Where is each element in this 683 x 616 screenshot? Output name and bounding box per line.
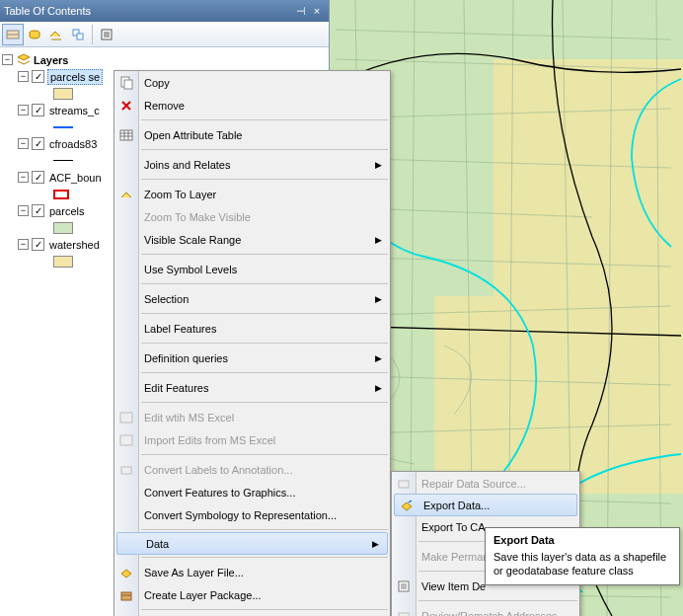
svg-rect-2: [434, 296, 683, 494]
menu-edit-features[interactable]: Edit Features▶: [114, 376, 390, 399]
menu-open-attribute-table[interactable]: Open Attribute Table: [114, 123, 390, 146]
collapse-icon[interactable]: −: [18, 239, 29, 250]
layer-label[interactable]: ACF_boun: [47, 171, 104, 185]
view-item-icon: [396, 578, 412, 594]
submenu-arrow-icon: ▶: [375, 383, 382, 393]
excel-import-icon: [118, 432, 134, 448]
tooltip: Export Data Save this layer's data as a …: [485, 527, 680, 585]
export-data-icon: [399, 498, 415, 513]
options-icon[interactable]: [96, 24, 117, 45]
svg-rect-15: [399, 481, 409, 488]
collapse-icon[interactable]: −: [2, 54, 13, 65]
menu-convert-graphics[interactable]: Convert Features to Graphics...: [114, 481, 390, 503]
checkbox-icon[interactable]: [32, 171, 44, 184]
menu-convert-annotation: Convert Labels to Annotation...: [114, 458, 390, 481]
menu-data[interactable]: Data▶: [116, 532, 388, 555]
excel-edit-icon: [118, 410, 134, 425]
menu-copy[interactable]: Copy: [114, 71, 390, 94]
checkbox-icon[interactable]: [32, 104, 44, 116]
checkbox-icon[interactable]: [32, 70, 44, 83]
layer-context-menu: Copy Remove Open Attribute Table Joins a…: [114, 70, 391, 616]
close-icon[interactable]: ×: [309, 3, 325, 19]
collapse-icon[interactable]: −: [18, 138, 29, 149]
menu-save-as-layer[interactable]: Save As Layer File...: [114, 561, 390, 583]
submenu-arrow-icon: ▶: [372, 539, 379, 549]
tooltip-body: Save this layer's data as a shapefile or…: [493, 550, 671, 578]
svg-rect-12: [120, 435, 132, 445]
checkbox-icon[interactable]: [32, 204, 44, 217]
pin-icon[interactable]: ⊣: [293, 3, 309, 19]
svg-rect-17: [399, 613, 409, 617]
svg-rect-10: [120, 130, 132, 140]
menu-selection[interactable]: Selection▶: [114, 287, 390, 310]
save-layer-icon: [118, 565, 134, 580]
list-by-drawing-order-icon[interactable]: [2, 24, 24, 45]
menu-visible-scale-range[interactable]: Visible Scale Range▶: [114, 228, 390, 251]
layer-label[interactable]: parcels se: [47, 69, 103, 85]
svg-rect-6: [77, 34, 83, 39]
collapse-icon[interactable]: −: [18, 172, 29, 183]
toc-header: Table Of Contents ⊣ ×: [0, 0, 329, 22]
menu-convert-representation[interactable]: Convert Symbology to Representation...: [114, 503, 390, 526]
collapse-icon[interactable]: −: [18, 105, 29, 116]
convert-anno-icon: [118, 462, 134, 478]
layer-label[interactable]: watershed: [47, 238, 102, 252]
svg-rect-13: [121, 467, 131, 474]
layer-label[interactable]: cfroads83: [47, 137, 99, 151]
remove-icon: [118, 98, 134, 114]
toc-title: Table Of Contents: [4, 5, 293, 17]
list-by-selection-icon[interactable]: [67, 24, 89, 45]
table-icon: [118, 127, 134, 143]
submenu-arrow-icon: ▶: [375, 294, 382, 304]
menu-create-package[interactable]: Create Layer Package...: [114, 583, 390, 606]
list-by-visibility-icon[interactable]: [45, 24, 67, 45]
svg-rect-11: [120, 413, 132, 423]
layer-label[interactable]: streams_c: [47, 104, 102, 117]
menu-use-symbol-levels[interactable]: Use Symbol Levels: [114, 258, 390, 280]
review-icon: [396, 608, 412, 617]
menu-import-excel: Import Edits from MS Excel: [114, 428, 390, 451]
menu-zoom-to-visible: Zoom To Make Visible: [114, 205, 390, 228]
layer-label[interactable]: parcels: [47, 204, 86, 218]
submenu-arrow-icon: ▶: [375, 160, 382, 170]
tree-root[interactable]: − Layers: [2, 51, 327, 68]
tooltip-title: Export Data: [493, 534, 671, 546]
submenu-review-rematch: Review/Rematch Addresses...: [392, 604, 579, 616]
repair-icon: [396, 476, 412, 492]
copy-icon: [118, 75, 134, 91]
submenu-export-data[interactable]: Export Data...: [394, 494, 577, 516]
menu-edit-excel: Edit wtih MS Excel: [114, 406, 390, 428]
menu-remove[interactable]: Remove: [114, 94, 390, 116]
layers-root-icon: [16, 51, 32, 69]
menu-definition-queries[interactable]: Definition queries▶: [114, 346, 390, 369]
submenu-arrow-icon: ▶: [375, 235, 382, 245]
svg-rect-14: [121, 592, 131, 600]
checkbox-icon[interactable]: [32, 238, 44, 251]
collapse-icon[interactable]: −: [18, 71, 29, 82]
submenu-repair: Repair Data Source...: [392, 472, 579, 495]
menu-label-features[interactable]: Label Features: [114, 317, 390, 340]
zoom-layer-icon: [118, 187, 134, 202]
collapse-icon[interactable]: −: [18, 205, 29, 216]
list-by-source-icon[interactable]: [24, 24, 45, 45]
package-icon: [118, 587, 134, 603]
menu-zoom-to-layer[interactable]: Zoom To Layer: [114, 183, 390, 205]
checkbox-icon[interactable]: [32, 137, 44, 150]
toc-toolbar: [0, 22, 329, 47]
tree-root-label[interactable]: Layers: [32, 53, 70, 67]
svg-rect-9: [124, 80, 132, 89]
menu-joins-relates[interactable]: Joins and Relates▶: [114, 153, 390, 176]
submenu-arrow-icon: ▶: [375, 353, 382, 363]
